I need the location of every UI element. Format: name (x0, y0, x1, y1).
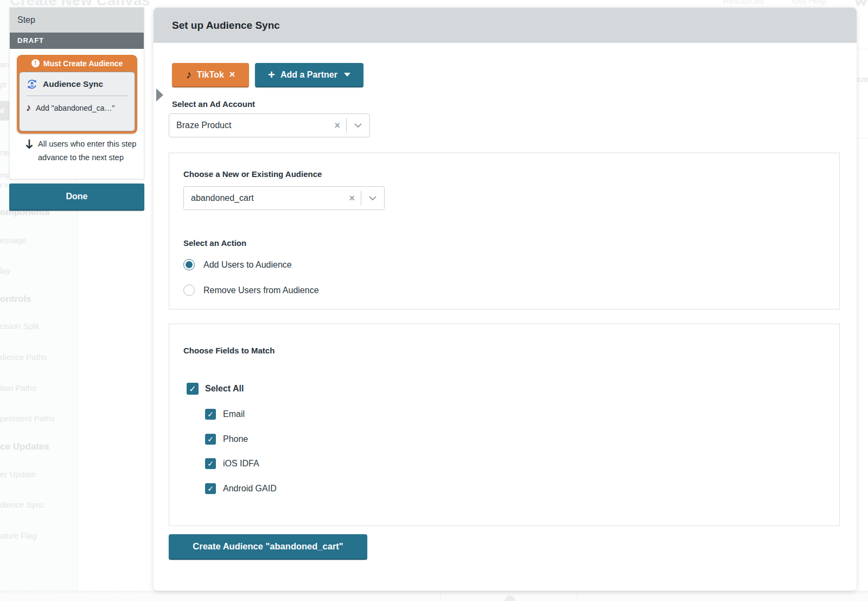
faded-line (857, 138, 868, 138)
faded-palette-item: dience Paths (0, 352, 47, 362)
radio-add-users-label: Add Users to Audience (203, 260, 292, 270)
faded-palette-item: er Update (0, 470, 36, 479)
faded-crown-icon (854, 0, 867, 6)
down-arrow-icon (25, 139, 34, 151)
radio-remove-users-label: Remove Users from Audience (203, 286, 319, 295)
select-all-checkbox[interactable] (187, 383, 199, 395)
faded-palette-item: essage (0, 236, 26, 245)
done-button[interactable]: Done (9, 184, 144, 211)
remove-partner-icon[interactable]: × (229, 69, 235, 80)
action-label: Select an Action (183, 238, 246, 248)
fields-label: Choose Fields to Match (183, 346, 275, 355)
add-partner-label: Add a Partner (280, 70, 337, 80)
step-panel-title: Step (10, 8, 144, 33)
android-gaid-label: Android GAID (223, 484, 277, 494)
ios-idfa-checkbox[interactable] (205, 458, 216, 469)
faded-seam (440, 591, 441, 601)
canvas-background-strip (0, 591, 868, 601)
faded-nav-get-help: Get Help (792, 0, 826, 6)
clear-icon[interactable]: × (328, 120, 346, 131)
tiktok-icon: ♪ (26, 102, 31, 113)
ad-account-label: Select an Ad Account (172, 99, 255, 109)
alert-exclamation-icon: ! (31, 59, 40, 67)
dialog-header: Set up Audience Sync (154, 8, 857, 43)
component-name: Audience Sync (43, 79, 103, 89)
radio-add-users[interactable] (183, 259, 195, 270)
faded-fragment: an (0, 60, 9, 69)
audience-sync-dialog: Set up Audience Sync ♪ TikTok × + Add a … (154, 8, 857, 591)
divider (27, 96, 127, 96)
select-all-label: Select All (205, 384, 244, 394)
phone-label: Phone (223, 434, 248, 444)
canvas-editor-screen: Create New Canvas Resources Get Help an … (0, 0, 868, 601)
android-gaid-checkbox[interactable] (205, 483, 216, 494)
email-label: Email (223, 409, 245, 419)
faded-palette-item: tion Paths (0, 383, 36, 393)
email-checkbox[interactable] (205, 409, 216, 420)
tiktok-chip-label: TikTok (197, 70, 224, 80)
ad-account-value: Braze Product (169, 121, 328, 130)
audience-value: abandoned_cart (184, 193, 343, 203)
faded-palette-item: ature Flag (0, 531, 37, 540)
phone-checkbox[interactable] (205, 434, 216, 445)
step-panel: Step DRAFT ! Must Create Audience (9, 7, 144, 179)
add-partner-button[interactable]: + Add a Partner (255, 63, 363, 87)
clear-icon[interactable]: × (343, 193, 361, 204)
faded-palette-item: dience Sync (0, 500, 44, 509)
alert-title: Must Create Audience (43, 59, 123, 68)
faded-fragment: can (857, 74, 868, 84)
faded-palette-item: lay (0, 266, 10, 275)
tiktok-partner-chip[interactable]: ♪ TikTok × (172, 63, 249, 87)
audience-sync-component[interactable]: Audience Sync ♪ Add "abandoned_ca…" (19, 72, 135, 131)
tiktok-icon: ♪ (186, 68, 192, 81)
audience-select[interactable]: abandoned_cart × (183, 186, 385, 210)
audience-select-label: Choose a New or Existing Audience (183, 169, 322, 179)
fields-section: Choose Fields to Match Select All Email … (169, 324, 840, 526)
ad-account-select[interactable]: Braze Product × (169, 113, 370, 137)
faded-palette-item: cision Split (0, 321, 39, 331)
draft-status-badge: DRAFT (10, 33, 144, 49)
faded-fragment: ne (0, 148, 9, 157)
caret-down-icon (344, 73, 350, 77)
faded-palette-item: periment Paths (0, 414, 55, 423)
ios-idfa-label: iOS IDFA (223, 459, 259, 469)
step-advance-note: All users who enter this step advance to… (38, 137, 136, 165)
component-action-label: Add "abandoned_ca…" (36, 104, 114, 112)
faded-palette-heading: ce Updates (0, 441, 49, 452)
faded-line (857, 49, 868, 49)
chevron-down-icon[interactable] (361, 196, 384, 201)
faded-seam (577, 591, 577, 601)
faded-button-fragment: d T (0, 101, 9, 121)
faded-fragment: r u (0, 181, 9, 189)
radio-remove-users[interactable] (183, 284, 195, 296)
dialog-title: Set up Audience Sync (154, 8, 857, 43)
faded-nav-resources: Resources (723, 0, 764, 6)
step-connector-arrow (156, 88, 163, 102)
audience-sync-icon (26, 78, 38, 90)
faded-palette-heading: ontrols (0, 294, 31, 305)
chevron-down-icon[interactable] (347, 123, 369, 128)
create-audience-button[interactable]: Create Audience "abandoned_cart" (169, 534, 367, 560)
audience-section: Choose a New or Existing Audience abando… (169, 153, 840, 309)
faded-fragment: pt (0, 80, 7, 89)
plus-icon: + (268, 69, 275, 81)
step-component-card[interactable]: ! Must Create Audience Audien (17, 55, 137, 134)
